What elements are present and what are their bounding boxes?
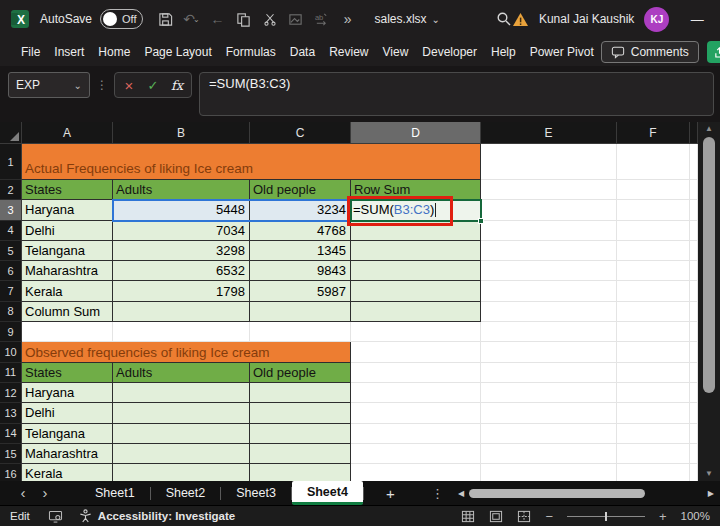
cell-F15[interactable] — [617, 444, 690, 464]
tab-sheet4[interactable]: Sheet4 — [292, 481, 363, 505]
cell-C13[interactable] — [250, 403, 351, 423]
cell-A8[interactable]: Column Sum — [22, 302, 113, 322]
cell-A14[interactable]: Telangana — [22, 424, 113, 444]
row-header-5[interactable]: 5 — [0, 241, 22, 261]
tab-sheet3[interactable]: Sheet3 — [221, 481, 291, 505]
hscroll-left-button[interactable]: ◀ — [458, 489, 464, 498]
accessibility-status[interactable]: Accessibility: Investigate — [79, 509, 235, 523]
cell-C7[interactable]: 5987 — [250, 281, 351, 301]
cell-E9[interactable] — [481, 322, 617, 342]
cell-E10[interactable] — [481, 342, 617, 362]
cell-F8[interactable] — [617, 302, 690, 322]
cell-B6[interactable]: 6532 — [113, 261, 250, 281]
cell-F4[interactable] — [617, 221, 690, 241]
cell-D8[interactable] — [351, 302, 481, 322]
formula-input[interactable]: =SUM(B3:C3) — [199, 72, 714, 116]
comments-button[interactable]: Comments — [601, 41, 699, 63]
cell-C11[interactable]: Old people — [250, 363, 351, 383]
cell-C9[interactable] — [250, 322, 351, 342]
cell-A10[interactable]: Observed frequencies of liking Ice cream — [22, 342, 351, 362]
row-header-14[interactable]: 14 — [0, 424, 22, 444]
cell-D3[interactable]: =SUM(B3:C3) — [351, 200, 481, 220]
sheet-nav-left-button[interactable]: ‹ — [12, 481, 34, 505]
ribbon-tab-formulas[interactable]: Formulas — [219, 38, 283, 66]
horizontal-scrollbar[interactable]: ◀ ▶ — [458, 489, 714, 498]
cell-A15[interactable]: Maharashtra — [22, 444, 113, 464]
cell-F2[interactable] — [617, 180, 690, 200]
cell-D6[interactable] — [351, 261, 481, 281]
cell-E7[interactable] — [481, 281, 617, 301]
paste-picture-button[interactable] — [285, 7, 307, 31]
cell-D16[interactable] — [351, 464, 481, 481]
alert-icon[interactable] — [512, 12, 529, 27]
row-header-1[interactable]: 1 — [0, 144, 22, 180]
cell-D10[interactable] — [351, 342, 481, 362]
ribbon-tab-power-pivot[interactable]: Power Pivot — [523, 38, 601, 66]
cut-button[interactable] — [259, 7, 281, 31]
cell-C15[interactable] — [250, 444, 351, 464]
ribbon-tab-help[interactable]: Help — [484, 38, 523, 66]
row-header-9[interactable]: 9 — [0, 322, 22, 342]
cell-F1[interactable] — [617, 144, 690, 180]
document-title[interactable]: sales.xlsx ⌄ — [375, 12, 440, 26]
column-header-B[interactable]: B — [113, 122, 250, 144]
cell-D9[interactable] — [351, 322, 481, 342]
ribbon-tab-page-layout[interactable]: Page Layout — [137, 38, 218, 66]
undo-button[interactable]: ↶⌄ — [181, 7, 203, 31]
copy-button[interactable] — [233, 7, 255, 31]
row-header-16[interactable]: 16 — [0, 464, 22, 481]
cell-D5[interactable] — [351, 241, 481, 261]
page-layout-view-button[interactable] — [489, 510, 503, 523]
cell-E15[interactable] — [481, 444, 617, 464]
ribbon-tab-developer[interactable]: Developer — [415, 38, 484, 66]
sheet-nav-right-button[interactable]: › — [34, 481, 56, 505]
cell-A9[interactable] — [22, 322, 113, 342]
cell-B13[interactable] — [113, 403, 250, 423]
cell-C6[interactable]: 9843 — [250, 261, 351, 281]
cell-E8[interactable] — [481, 302, 617, 322]
cell-D15[interactable] — [351, 444, 481, 464]
cell-F12[interactable] — [617, 383, 690, 403]
cell-A6[interactable]: Maharashtra — [22, 261, 113, 281]
ribbon-tab-review[interactable]: Review — [322, 38, 375, 66]
cell-E4[interactable] — [481, 221, 617, 241]
fill-handle[interactable] — [478, 218, 484, 224]
cell-B7[interactable]: 1798 — [113, 281, 250, 301]
vertical-scrollbar[interactable]: ▲ ▼ — [698, 122, 720, 481]
page-break-view-button[interactable] — [517, 510, 531, 523]
row-header-6[interactable]: 6 — [0, 261, 22, 281]
normal-view-button[interactable] — [461, 510, 475, 523]
cell-A4[interactable]: Delhi — [22, 221, 113, 241]
add-sheet-button[interactable]: + — [386, 485, 395, 502]
cell-C12[interactable] — [250, 383, 351, 403]
row-header-3[interactable]: 3 — [0, 200, 22, 220]
zoom-out-button[interactable]: − — [545, 509, 553, 524]
ribbon-tab-view[interactable]: View — [376, 38, 416, 66]
tab-sheet1[interactable]: Sheet1 — [80, 481, 150, 505]
display-settings-button[interactable] — [48, 510, 63, 523]
cell-B15[interactable] — [113, 444, 250, 464]
cell-F7[interactable] — [617, 281, 690, 301]
select-all-button[interactable] — [0, 122, 22, 144]
cell-B9[interactable] — [113, 322, 250, 342]
scroll-up-button[interactable]: ▲ — [705, 124, 713, 134]
zoom-in-button[interactable]: + — [659, 509, 667, 524]
cell-D2[interactable]: Row Sum — [351, 180, 481, 200]
cell-F14[interactable] — [617, 424, 690, 444]
avatar[interactable]: KJ — [644, 7, 669, 32]
enter-button[interactable]: ✓ — [144, 78, 162, 93]
cell-B8[interactable] — [113, 302, 250, 322]
cell-D14[interactable] — [351, 424, 481, 444]
ribbon-tab-file[interactable]: File — [14, 38, 47, 66]
cell-F5[interactable] — [617, 241, 690, 261]
tab-sheet2[interactable]: Sheet2 — [151, 481, 221, 505]
name-box[interactable]: EXP ⌄ — [8, 72, 90, 98]
row-header-12[interactable]: 12 — [0, 383, 22, 403]
cell-E3[interactable] — [481, 200, 617, 220]
cell-A12[interactable]: Haryana — [22, 383, 113, 403]
cell-B16[interactable] — [113, 464, 250, 481]
cell-A7[interactable]: Kerala — [22, 281, 113, 301]
row-header-15[interactable]: 15 — [0, 444, 22, 464]
vertical-scroll-thumb[interactable] — [703, 137, 715, 393]
cell-B11[interactable]: Adults — [113, 363, 250, 383]
